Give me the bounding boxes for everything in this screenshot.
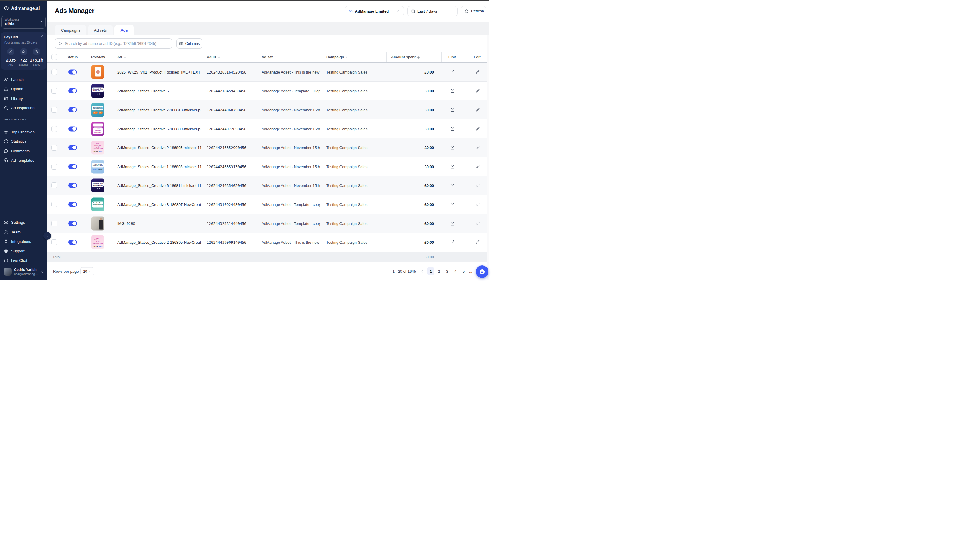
date-range-picker[interactable]: Last 7 days [407,6,458,16]
row-checkbox[interactable] [51,126,57,132]
edit-icon[interactable] [475,164,480,169]
sidebar-item-team[interactable]: Team [0,227,47,237]
page-button-2[interactable]: 2 [435,267,443,275]
open-link-icon[interactable] [450,183,455,188]
edit-icon[interactable] [475,107,480,112]
ad-preview-thumbnail[interactable]: 90%Reductionin AdLaunching TimeTikTokMet… [92,235,104,249]
user-menu[interactable]: Cedric Yarish ced@admanag... [0,265,47,280]
sidebar-item-launch[interactable]: Launch [0,75,47,84]
edit-icon[interactable] [475,240,480,245]
edit-icon[interactable] [475,202,480,207]
sidebar-item-settings[interactable]: Settings [0,218,47,228]
ad-account-selector[interactable]: ∞ AdManage Limited [345,6,404,16]
ad-preview-thumbnail[interactable]: Automate YourAd Workflows [92,84,104,98]
page-button-5[interactable]: 5 [460,267,467,275]
tab-campaigns[interactable]: Campaigns [55,25,87,35]
edit-icon[interactable] [475,145,480,150]
open-link-icon[interactable] [450,164,455,169]
column-divider [386,52,387,62]
open-link-icon[interactable] [450,221,455,226]
column-divider [441,52,441,62]
sidebar-item-comments[interactable]: Comments [0,146,47,156]
live-chat-fab[interactable] [476,265,488,278]
ad-preview-thumbnail[interactable]: Automate YourAd Workflows [92,179,104,192]
brand-logo[interactable]: Admanage.ai [3,5,43,11]
refresh-button[interactable]: Refresh [461,6,486,16]
columns-button[interactable]: Columns [177,38,202,48]
row-checkbox[interactable] [51,202,57,207]
total-placeholder: — [354,255,358,259]
edit-icon[interactable] [475,89,480,93]
select-all-checkbox[interactable] [51,54,57,60]
tab-ads[interactable]: Ads [114,25,134,35]
ad-id: 120244218459430456 [207,89,246,93]
sidebar-item-live-chat[interactable]: Live Chat [0,256,47,266]
page-button-3[interactable]: 3 [443,267,451,275]
sidebar-item-library[interactable]: Library [0,94,47,103]
close-icon[interactable] [40,35,43,38]
open-link-icon[interactable] [450,240,455,245]
toggle-knob [72,202,76,206]
edit-icon[interactable] [475,127,480,131]
status-toggle[interactable] [68,202,77,207]
col-header-campaign[interactable]: Campaign [326,52,348,63]
toggle-knob [72,127,76,131]
sidebar-item-statistics[interactable]: Statistics [0,137,47,147]
workspace-selector[interactable]: Workspace Pihla [2,15,46,29]
status-toggle[interactable] [68,164,77,169]
status-toggle[interactable] [68,183,77,188]
edit-icon[interactable] [475,221,480,225]
row-checkbox[interactable] [51,182,57,188]
open-link-icon[interactable] [450,88,455,93]
sidebar-item-ad-inspiration[interactable]: Ad Inspiration [0,103,47,113]
status-toggle[interactable] [68,88,77,93]
sidebar-item-integrations[interactable]: Integrations [0,237,47,247]
row-checkbox[interactable] [51,164,57,170]
ad-preview-thumbnail[interactable]: 1 click1 minute100s of ads [92,122,104,136]
page-button-4[interactable]: 4 [452,267,459,275]
col-header-ad-id[interactable]: Ad ID [207,52,221,63]
ad-preview-thumbnail[interactable]: Free Your TeamFrom RepetitiveUploads. [92,197,104,211]
ad-preview-thumbnail[interactable] [92,65,104,79]
ad-preview-thumbnail[interactable]: 90%Reductionin AdLaunching TimeTikTokMet… [92,141,104,155]
col-header-ad-set[interactable]: Ad set [261,52,277,63]
tab-ad-sets[interactable]: Ad sets [88,25,113,35]
open-link-icon[interactable] [450,127,455,131]
sidebar-item-ad-templates[interactable]: Ad Templates [0,156,47,165]
page-button-1[interactable]: 1 [427,267,435,275]
status-toggle[interactable] [68,126,77,131]
ad-preview-thumbnail[interactable]: Still UploadingAds Manually?YesNo [92,103,104,117]
rows-per-page-select[interactable]: 20 [80,267,94,275]
row-checkbox[interactable] [51,239,57,245]
campaign: Testing Campaign Sales [326,221,385,225]
status-toggle[interactable] [68,107,77,112]
row-checkbox[interactable] [51,107,57,113]
open-link-icon[interactable] [450,70,455,74]
sidebar-collapse-button[interactable] [43,232,51,240]
row-checkbox[interactable] [51,220,57,227]
col-header-amount-spent[interactable]: Amount spent [391,52,420,63]
status-toggle[interactable] [68,240,77,245]
thumbnail-text: 90%Reductionin AdLaunching Time [93,238,103,244]
open-link-icon[interactable] [450,107,455,112]
open-link-icon[interactable] [450,145,455,150]
ad-preview-thumbnail[interactable] [92,217,104,230]
col-header-ad[interactable]: Ad [117,52,127,63]
status-toggle[interactable] [68,145,77,150]
row-checkbox[interactable] [51,88,57,94]
previous-page-button[interactable] [420,269,425,273]
columns-icon [179,42,183,46]
row-checkbox[interactable] [51,69,57,75]
search-input[interactable] [65,41,169,46]
sidebar-item-top-creatives[interactable]: Top Creatives [0,127,47,137]
row-checkbox[interactable] [51,145,57,150]
scrollbar[interactable] [487,35,489,280]
sidebar-item-support[interactable]: Support [0,246,47,256]
sidebar-item-upload[interactable]: Upload [0,84,47,94]
status-toggle[interactable] [68,69,77,74]
edit-icon[interactable] [475,70,480,74]
status-toggle[interactable] [68,221,77,226]
ad-preview-thumbnail[interactable]: Launch 100sof Ads in <1min.MetaTikTok [92,160,104,173]
open-link-icon[interactable] [450,202,455,207]
edit-icon[interactable] [475,183,480,188]
